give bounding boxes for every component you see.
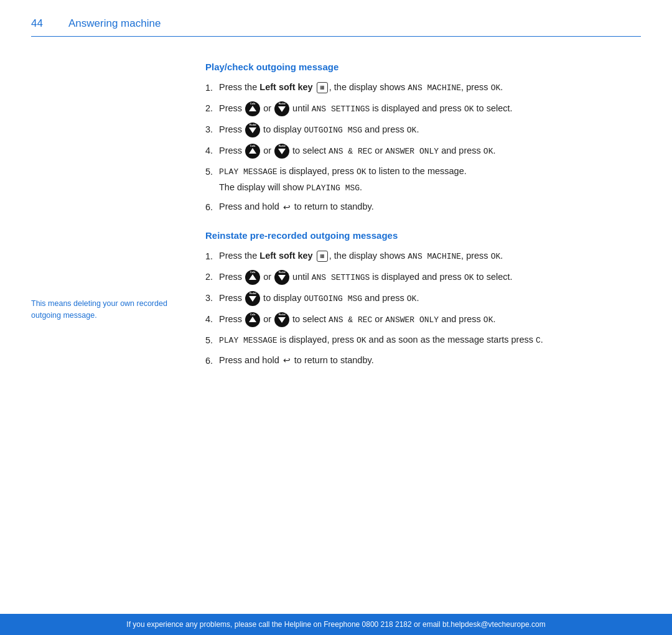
section-play-check: Play/check outgoing message 1. Press the… [205, 62, 641, 215]
section2-title: Reinstate pre-recorded outgoing messages [205, 230, 641, 241]
step-5-line2: The display will show PLAYING MSG. [219, 181, 641, 195]
step-1-2: 2. Press Calls or Redial [205, 101, 641, 116]
svg-marker-2 [249, 127, 256, 133]
step-2-1: 1. Press the Left soft key ▦, the displa… [205, 249, 641, 264]
down-button-icon: Redial [274, 101, 289, 116]
calls-label: Calls [250, 102, 256, 106]
step-num: 6. [205, 354, 219, 368]
mono-ok: OK [464, 104, 474, 114]
step-content: Press Calls or Redial until ANS SETTINGS… [219, 101, 641, 116]
calls-label4: Calls [250, 271, 256, 274]
svg-marker-8 [249, 317, 256, 322]
sidebar: This means deleting your own recorded ou… [31, 49, 187, 380]
step-2-2: 2. Press Calls or Redial [205, 270, 641, 285]
step-content: PLAY MESSAGE is displayed, press OK and … [219, 333, 641, 348]
mono-ok: OK [483, 315, 493, 325]
section2-steps: 1. Press the Left soft key ▦, the displa… [205, 249, 641, 368]
up-button-icon4: Calls [245, 270, 260, 285]
header: 44 Answering machine [0, 0, 672, 36]
svg-marker-0 [249, 106, 256, 111]
up-button-icon: Calls [245, 101, 260, 116]
bold-text: Left soft key [259, 251, 312, 261]
svg-marker-3 [249, 148, 256, 154]
footer-text: If you experience any problems, please c… [126, 620, 545, 629]
mono-play2: PLAY MESSAGE [219, 336, 278, 345]
mono-c: C [536, 336, 541, 345]
step-2-5: 5. PLAY MESSAGE is displayed, press OK a… [205, 333, 641, 348]
mono-ans-settings2: ANS SETTINGS [312, 273, 370, 282]
redial-label3: Redial [279, 144, 286, 148]
step-content: Press the Left soft key ▦, the display s… [219, 249, 641, 264]
mono-ok: OK [357, 167, 366, 177]
chapter-title: Answering machine [68, 17, 161, 30]
mono-answer-only2: ANSWER ONLY [385, 315, 439, 325]
step-2-4: 4. Press Calls or Redial [205, 312, 641, 327]
step-2-6: 6. Press and hold ↩ to return to standby… [205, 354, 641, 368]
svg-marker-1 [278, 106, 286, 112]
footer: If you experience any problems, please c… [0, 614, 672, 635]
step-num: 1. [205, 81, 219, 95]
step-content: Press Calls or Redial until ANS SETTINGS… [219, 270, 641, 285]
svg-marker-4 [278, 149, 286, 154]
step-content: Press Redial to display OUTGOING MSG and… [219, 123, 641, 137]
calls-label5: Calls [250, 313, 256, 317]
mono-ans-rec: ANS & REC [329, 147, 372, 156]
mono-ok: OK [357, 336, 366, 345]
svg-marker-7 [249, 296, 256, 302]
redial-label6: Redial [279, 313, 286, 317]
mono-text: ANS MACHINE [408, 83, 461, 93]
step-num: 6. [205, 200, 219, 215]
step-2-3: 3. Press Redial to display OUTGOING MSG … [205, 291, 641, 306]
down-button-icon4: Redial [274, 270, 289, 285]
svg-marker-9 [278, 317, 286, 323]
content-area: This means deleting your own recorded ou… [0, 37, 672, 380]
mono-ok: OK [491, 252, 501, 261]
step-1-4: 4. Press Calls or Redial [205, 144, 641, 159]
mono-ok: OK [407, 126, 417, 135]
svg-marker-6 [278, 275, 286, 280]
mono-ans-rec2: ANS & REC [329, 315, 372, 325]
step-content: Press Redial to display OUTGOING MSG and… [219, 291, 641, 306]
mono-ok: OK [483, 147, 493, 156]
step-content: Press Calls or Redial to select ANS & RE… [219, 312, 641, 327]
step-num: 1. [205, 249, 219, 264]
redial-label: Redial [279, 102, 286, 106]
or-text-4: or [263, 314, 274, 324]
bold-text: Left soft key [259, 82, 312, 92]
step-content: Press and hold ↩ to return to standby. [219, 200, 641, 215]
redial-label5: Redial [250, 292, 256, 295]
down-button-icon2: Redial [245, 123, 260, 137]
page: 44 Answering machine This means deleting… [0, 0, 672, 635]
mono-ans-settings: ANS SETTINGS [312, 104, 370, 114]
redial-label4: Redial [279, 271, 286, 274]
svg-marker-5 [249, 274, 256, 280]
calls-label3: Calls [250, 144, 256, 148]
step-1-6: 6. Press and hold ↩ to return to standby… [205, 200, 641, 215]
or-text-3: or [263, 272, 274, 282]
step-content: Press the Left soft key ▦, the display s… [219, 81, 641, 95]
step-num: 2. [205, 270, 219, 285]
return-icon: ↩ [283, 201, 291, 214]
mono-play: PLAY MESSAGE [219, 167, 278, 177]
step-content: PLAY MESSAGE is displayed, press OK to l… [219, 165, 641, 195]
down-button-icon6: Redial [274, 312, 289, 327]
down-button-icon5: Redial [245, 291, 260, 306]
step-num: 3. [205, 291, 219, 306]
step-num: 5. [205, 333, 219, 348]
mono-ok: OK [491, 83, 501, 93]
mono-playing: PLAYING MSG [306, 183, 360, 193]
step-num: 2. [205, 101, 219, 116]
mono-answer-only: ANSWER ONLY [385, 147, 439, 156]
step-1-3: 3. Press Redial to display OUTGOING MSG … [205, 123, 641, 137]
down-button-icon3: Redial [274, 144, 289, 159]
mono-ok: OK [464, 273, 474, 282]
soft-key-icon: ▦ [317, 82, 328, 93]
mono-ok: OK [407, 294, 417, 304]
mono-outgoing2: OUTGOING MSG [304, 294, 362, 304]
page-number: 44 [31, 17, 56, 30]
section-reinstate: Reinstate pre-recorded outgoing messages… [205, 230, 641, 368]
section1-steps: 1. Press the Left soft key ▦, the displa… [205, 81, 641, 215]
step-num: 5. [205, 165, 219, 195]
step-content: Press and hold ↩ to return to standby. [219, 354, 641, 368]
step-num: 3. [205, 123, 219, 137]
